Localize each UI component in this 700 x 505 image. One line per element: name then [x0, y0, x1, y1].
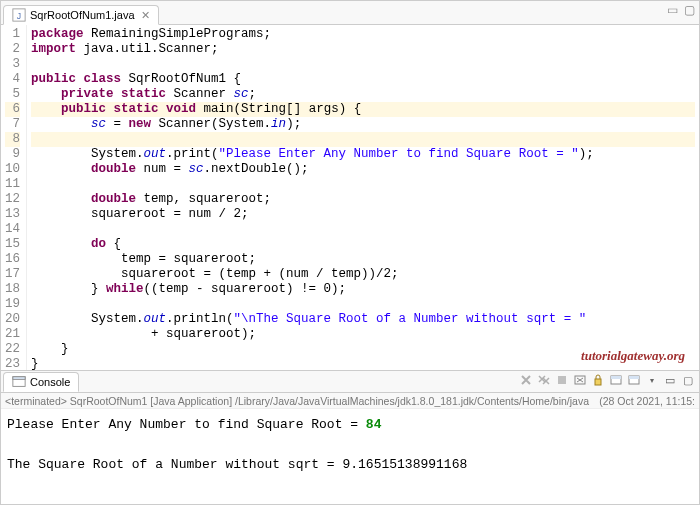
maximize-view-icon[interactable]: ▢	[681, 373, 695, 387]
console-tab-label: Console	[30, 376, 70, 388]
editor-tab[interactable]: J SqrRootOfNum1.java ✕	[3, 5, 159, 25]
line-gutter: 1234567891011121314151617181920212223	[1, 25, 27, 370]
svg-rect-6	[595, 379, 601, 385]
clear-console-icon[interactable]	[573, 373, 587, 387]
java-file-icon: J	[12, 8, 26, 22]
code-editor[interactable]: 1234567891011121314151617181920212223 pa…	[1, 25, 699, 370]
code-body[interactable]: package RemainingSimplePrograms; import …	[27, 25, 699, 370]
svg-rect-8	[611, 376, 621, 379]
console-icon	[12, 375, 26, 389]
editor-tab-bar: J SqrRootOfNum1.java ✕ ▭ ▢	[1, 1, 699, 25]
watermark: tutorialgateway.org	[581, 348, 685, 364]
remove-all-icon[interactable]	[537, 373, 551, 387]
terminate-icon[interactable]	[555, 373, 569, 387]
minimize-icon[interactable]: ▭	[667, 3, 678, 17]
pin-console-icon[interactable]	[609, 373, 623, 387]
console-area: Console ▾ ▭ ▢ <terminated> SqrRootOfNum1…	[1, 371, 699, 504]
minimize-view-icon[interactable]: ▭	[663, 373, 677, 387]
display-selected-icon[interactable]	[627, 373, 641, 387]
maximize-icon[interactable]: ▢	[684, 3, 695, 17]
dropdown-icon[interactable]: ▾	[645, 373, 659, 387]
scroll-lock-icon[interactable]	[591, 373, 605, 387]
editor-window-controls: ▭ ▢	[667, 3, 695, 17]
svg-text:J: J	[17, 11, 21, 21]
console-output[interactable]: Please Enter Any Number to find Square R…	[1, 409, 699, 504]
remove-launch-icon[interactable]	[519, 373, 533, 387]
console-launch-info: <terminated> SqrRootOfNum1 [Java Applica…	[1, 393, 699, 409]
svg-rect-4	[558, 376, 566, 384]
console-toolbar: ▾ ▭ ▢	[519, 373, 695, 387]
svg-rect-10	[629, 376, 639, 379]
editor-area: J SqrRootOfNum1.java ✕ ▭ ▢ 1234567891011…	[1, 1, 699, 371]
console-tab-bar: Console ▾ ▭ ▢	[1, 371, 699, 393]
editor-tab-label: SqrRootOfNum1.java	[30, 9, 135, 21]
close-icon[interactable]: ✕	[141, 9, 150, 22]
console-tab[interactable]: Console	[3, 372, 79, 392]
svg-rect-3	[13, 377, 25, 380]
